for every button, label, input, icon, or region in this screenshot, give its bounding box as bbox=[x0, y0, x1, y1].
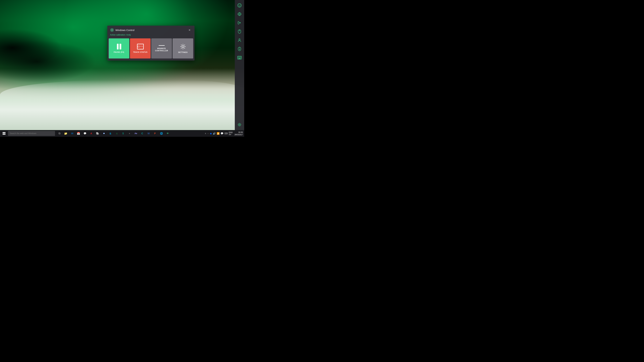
taskbar-volume[interactable]: 🔊 bbox=[213, 132, 216, 135]
dialog-header: Windows Control × bbox=[107, 26, 194, 34]
sidebar-face-icon[interactable] bbox=[236, 2, 243, 9]
sidebar-keyboard-icon[interactable] bbox=[236, 54, 243, 61]
close-button[interactable]: × bbox=[187, 28, 192, 32]
svg-point-40 bbox=[104, 133, 104, 134]
svg-point-7 bbox=[238, 3, 241, 7]
svg-rect-25 bbox=[238, 57, 238, 57]
calibration-name: Andy bbox=[126, 34, 131, 36]
svg-point-11 bbox=[239, 13, 240, 14]
settings-button[interactable]: SETTINGS bbox=[172, 38, 193, 58]
taskbar-language[interactable]: ENG SV bbox=[229, 131, 233, 135]
track-status-button-label: TRACK STATUS bbox=[133, 51, 148, 53]
taskbar-whatsapp[interactable]: 💬 bbox=[82, 130, 88, 136]
taskbar-word[interactable]: W bbox=[146, 130, 152, 136]
track-status-button[interactable]: TRACK STATUS bbox=[130, 38, 150, 58]
start-button[interactable] bbox=[0, 130, 8, 137]
svg-point-23 bbox=[239, 49, 240, 50]
svg-rect-26 bbox=[239, 57, 239, 57]
svg-rect-30 bbox=[239, 57, 239, 58]
taskbar-dropbox[interactable]: ◆ bbox=[210, 132, 212, 135]
taskbar-eye-control[interactable]: 👁 bbox=[165, 130, 171, 136]
minimize-controller-button[interactable]: MINIMIZECONTROLLER bbox=[151, 38, 172, 58]
taskbar-chrome[interactable] bbox=[101, 130, 107, 136]
svg-point-6 bbox=[182, 45, 184, 48]
eye-control-logo-icon bbox=[110, 28, 114, 32]
svg-rect-32 bbox=[240, 57, 241, 58]
sidebar-target-icon[interactable] bbox=[236, 36, 243, 44]
dialog-title: Windows Control bbox=[116, 29, 134, 31]
sidebar-crosshair-icon[interactable] bbox=[236, 10, 243, 18]
windows-control-dialog: Windows Control × Active calibration: An… bbox=[107, 26, 194, 60]
taskbar-browser[interactable]: 🌐 bbox=[158, 130, 164, 136]
taskbar-action-center[interactable]: 💬 bbox=[220, 132, 224, 135]
taskbar-more-icons[interactable]: ··· bbox=[207, 132, 209, 135]
taskbar-skype[interactable]: S bbox=[107, 130, 113, 136]
svg-rect-33 bbox=[238, 58, 241, 59]
taskbar-right: ∧ ··· ◆ 🔊 📶 💬 ⌨ ENG SV 16:06 28/03/2017 bbox=[205, 131, 244, 136]
taskbar-evernote[interactable]: 🐘 bbox=[94, 130, 100, 136]
svg-point-2 bbox=[112, 30, 112, 30]
svg-rect-29 bbox=[238, 57, 238, 58]
taskbar-ime[interactable]: ⌨ bbox=[224, 132, 228, 135]
pause-icon bbox=[117, 44, 121, 49]
taskbar-money[interactable]: $ bbox=[120, 130, 126, 136]
svg-point-4 bbox=[138, 46, 138, 46]
svg-point-8 bbox=[238, 5, 239, 5]
dialog-subtitle: Active calibration: Andy bbox=[107, 34, 194, 38]
taskbar-powerpoint[interactable]: P bbox=[152, 130, 158, 136]
track-status-icon bbox=[137, 44, 144, 49]
svg-point-5 bbox=[139, 46, 139, 46]
sidebar-signin-icon[interactable] bbox=[236, 19, 243, 26]
svg-rect-37 bbox=[3, 134, 4, 135]
sidebar-gear-icon[interactable] bbox=[236, 121, 243, 128]
taskbar-file-explorer[interactable]: 📁 bbox=[63, 130, 69, 136]
right-sidebar bbox=[235, 0, 244, 130]
pause-bar-left bbox=[117, 44, 118, 49]
taskbar-chevron[interactable]: ∧ bbox=[205, 132, 206, 135]
svg-point-34 bbox=[239, 124, 240, 125]
search-input[interactable] bbox=[8, 131, 55, 136]
dialog-title-area: Windows Control bbox=[110, 28, 134, 32]
taskbar: ⧉ 📁 ✉ 📅 💬 A 🐘 S ♫ $ + Ae C W P 🌐 👁 ∧ ···… bbox=[0, 130, 244, 137]
svg-point-9 bbox=[240, 5, 240, 5]
svg-rect-35 bbox=[3, 132, 4, 133]
taskbar-task-view[interactable]: ⧉ bbox=[56, 130, 62, 136]
svg-rect-38 bbox=[4, 134, 5, 135]
svg-point-19 bbox=[239, 30, 240, 31]
svg-rect-3 bbox=[138, 46, 139, 47]
taskbar-outlook[interactable]: ✉ bbox=[69, 130, 75, 136]
taskbar-aftereffects[interactable]: Ae bbox=[133, 130, 139, 136]
sidebar-mouse-icon[interactable] bbox=[236, 28, 243, 35]
settings-button-label: SETTINGS bbox=[178, 51, 188, 53]
taskbar-calendar[interactable]: 📅 bbox=[76, 130, 82, 136]
svg-rect-31 bbox=[240, 57, 240, 58]
gear-icon bbox=[180, 43, 186, 50]
sidebar-mouse2-icon[interactable] bbox=[236, 45, 243, 53]
taskbar-acrobat[interactable]: A bbox=[88, 130, 94, 136]
dialog-buttons: PAUSE (F4) TRACK STATUS MINIMIZECONTROLL… bbox=[107, 38, 194, 60]
minimize-icon bbox=[159, 45, 165, 46]
svg-rect-27 bbox=[240, 57, 240, 57]
minimize-button-label: MINIMIZECONTROLLER bbox=[155, 47, 168, 52]
taskbar-camtasia[interactable]: C bbox=[139, 130, 145, 136]
snow-ground bbox=[0, 80, 244, 130]
svg-point-20 bbox=[239, 39, 240, 40]
taskbar-clock[interactable]: 16:06 28/03/2017 bbox=[234, 131, 244, 136]
pause-bar-right bbox=[120, 44, 121, 49]
taskbar-network[interactable]: 📶 bbox=[217, 132, 220, 135]
svg-rect-36 bbox=[4, 132, 5, 133]
taskbar-spotify[interactable]: ♫ bbox=[114, 130, 120, 136]
svg-rect-28 bbox=[240, 57, 241, 57]
taskbar-app-icons: ⧉ 📁 ✉ 📅 💬 A 🐘 S ♫ $ + Ae C W P 🌐 👁 bbox=[56, 130, 171, 136]
pause-button-label: PAUSE (F4) bbox=[114, 51, 124, 53]
pause-button[interactable]: PAUSE (F4) bbox=[109, 38, 129, 58]
taskbar-store[interactable]: + bbox=[126, 130, 132, 136]
